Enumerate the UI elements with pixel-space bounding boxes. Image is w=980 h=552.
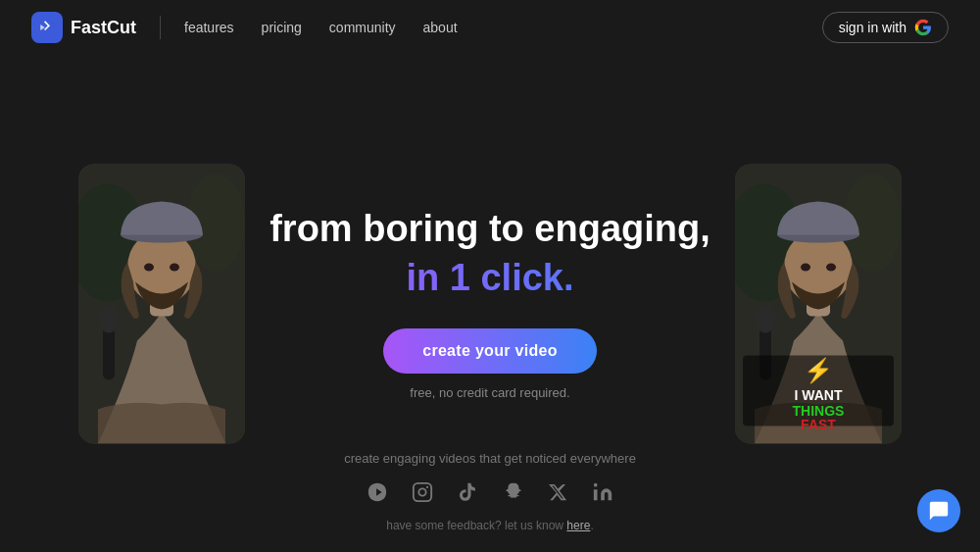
snapchat-icon[interactable]	[498, 477, 527, 507]
svg-rect-25	[414, 483, 431, 501]
social-icons-row	[0, 477, 980, 507]
svg-text:I WANT: I WANT	[795, 386, 843, 402]
svg-point-27	[426, 486, 428, 488]
video-card-right: ⚡ I WANT THINGS FAST	[735, 164, 902, 443]
nav-links: features pricing community about	[184, 19, 458, 36]
google-icon	[914, 19, 932, 36]
right-video-graphic: ⚡ I WANT THINGS FAST	[735, 164, 902, 443]
navbar: FastCut features pricing community about…	[0, 0, 980, 55]
create-video-button[interactable]: create your video	[383, 328, 597, 374]
svg-point-17	[826, 263, 836, 271]
linkedin-icon[interactable]	[588, 477, 617, 507]
nav-features[interactable]: features	[184, 20, 234, 35]
svg-point-26	[418, 488, 425, 495]
bottom-section: create engaging videos that get noticed …	[0, 451, 980, 532]
nav-community[interactable]: community	[329, 20, 396, 35]
svg-point-9	[99, 305, 119, 332]
instagram-icon[interactable]	[408, 477, 437, 507]
video-card-left	[78, 164, 245, 443]
feedback-text: have some feedback? let us know here.	[0, 519, 980, 532]
svg-point-16	[801, 263, 810, 271]
svg-point-7	[170, 263, 179, 271]
hero-headline: from boring to engaging,	[270, 207, 710, 252]
svg-point-19	[756, 305, 775, 332]
youtube-icon[interactable]	[363, 477, 392, 507]
svg-point-28	[594, 483, 598, 487]
logo[interactable]: FastCut	[31, 12, 136, 43]
nav-pricing[interactable]: pricing	[262, 20, 302, 35]
sign-in-label: sign in with	[839, 20, 906, 35]
sign-in-button[interactable]: sign in with	[822, 12, 949, 43]
bottom-tagline: create engaging videos that get noticed …	[0, 451, 980, 466]
svg-point-6	[144, 263, 154, 271]
chat-button[interactable]	[917, 489, 960, 532]
free-label: free, no credit card required.	[270, 385, 710, 400]
feedback-link[interactable]: here	[566, 519, 590, 532]
logo-icon	[31, 12, 63, 43]
nav-about[interactable]: about	[423, 20, 458, 35]
logo-text: FastCut	[71, 18, 136, 38]
svg-text:⚡: ⚡	[804, 355, 833, 383]
nav-divider	[160, 16, 161, 39]
chat-icon	[928, 500, 950, 522]
hero-center: from boring to engaging, in 1 click. cre…	[270, 207, 710, 399]
svg-text:FAST: FAST	[801, 416, 836, 431]
hero-subheadline: in 1 click.	[270, 256, 710, 301]
left-video-graphic	[78, 164, 245, 443]
x-twitter-icon[interactable]	[543, 477, 572, 507]
tiktok-icon[interactable]	[453, 477, 482, 507]
